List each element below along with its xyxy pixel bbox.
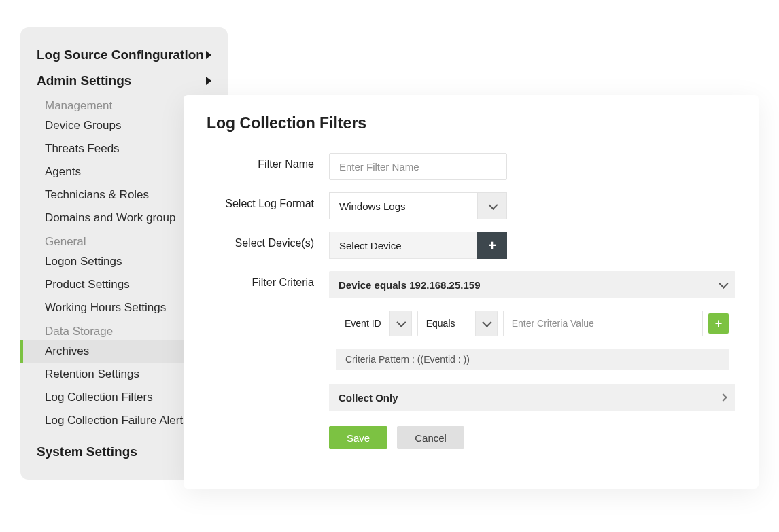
sidebar-section-label: Admin Settings <box>37 73 131 88</box>
sidebar-item-label: Log Collection Filters <box>45 391 153 404</box>
log-format-label: Select Log Format <box>207 192 329 210</box>
sidebar-item-label: Product Settings <box>45 278 130 291</box>
criteria-pattern-display: Criteria Pattern : ((Eventid : )) <box>336 349 729 370</box>
chevron-right-icon <box>719 393 727 401</box>
criteria-operator-dropdown[interactable] <box>475 311 497 336</box>
criteria-device-header[interactable]: Device equals 192.168.25.159 <box>329 271 735 298</box>
cancel-button[interactable]: Cancel <box>397 426 464 449</box>
collect-only-row[interactable]: Collect Only <box>329 384 735 411</box>
chevron-down-icon <box>488 200 498 210</box>
select-device-value[interactable]: Select Device <box>329 232 477 259</box>
criteria-field-select[interactable]: Event ID <box>336 311 412 336</box>
add-device-button[interactable]: + <box>477 232 507 259</box>
log-format-select[interactable]: Windows Logs <box>329 192 507 219</box>
sidebar-item-label: Logon Settings <box>45 255 122 268</box>
sidebar-section-label: System Settings <box>37 444 137 459</box>
chevron-down-icon <box>483 318 492 327</box>
log-format-dropdown-button[interactable] <box>477 192 507 219</box>
add-criteria-button[interactable]: + <box>708 313 729 334</box>
filter-name-label: Filter Name <box>207 153 329 171</box>
criteria-operator-select[interactable]: Equals <box>417 311 498 336</box>
sidebar-item-label: Log Collection Failure Alerts <box>45 414 189 427</box>
collect-only-label: Collect Only <box>339 392 398 404</box>
caret-right-icon <box>206 51 211 59</box>
chevron-down-icon <box>397 318 406 327</box>
sidebar-item-label: Domains and Work group <box>45 211 175 224</box>
sidebar-item-label: Retention Settings <box>45 368 139 380</box>
sidebar-item-label: Working Hours Settings <box>45 301 166 314</box>
sidebar-item-label: Threats Feeds <box>45 142 120 155</box>
sidebar-item-label: Device Groups <box>45 119 121 132</box>
sidebar-item-label: Technicians & Roles <box>45 188 149 201</box>
log-format-value: Windows Logs <box>329 192 477 219</box>
filter-form: Filter Name Select Log Format Windows Lo… <box>207 153 735 449</box>
chevron-down-icon <box>719 279 728 289</box>
sidebar-section-admin-settings[interactable]: Admin Settings <box>20 68 228 94</box>
caret-right-icon <box>206 77 211 85</box>
plus-icon: + <box>715 317 723 331</box>
main-panel: Log Collection Filters Filter Name Selec… <box>184 95 759 489</box>
sidebar-section-log-source[interactable]: Log Source Confinguration <box>20 42 228 68</box>
filter-criteria-label: Filter Criteria <box>207 271 329 289</box>
sidebar-item-label: Agents <box>45 165 81 178</box>
criteria-field-dropdown[interactable] <box>389 311 411 336</box>
sidebar-item-label: Archives <box>45 344 89 357</box>
criteria-field-value: Event ID <box>336 311 389 336</box>
sidebar-section-label: Log Source Confinguration <box>37 48 204 63</box>
save-button[interactable]: Save <box>329 426 387 449</box>
criteria-value-input[interactable] <box>503 311 703 336</box>
criteria-operator-value: Equals <box>418 311 475 336</box>
select-device-label: Select Device(s) <box>207 232 329 249</box>
criteria-header-text: Device equals 192.168.25.159 <box>339 279 481 291</box>
page-title: Log Collection Filters <box>207 114 735 132</box>
plus-icon: + <box>488 238 496 252</box>
filter-name-input[interactable] <box>329 153 507 180</box>
filter-criteria-block: Device equals 192.168.25.159 Event ID <box>329 271 735 374</box>
